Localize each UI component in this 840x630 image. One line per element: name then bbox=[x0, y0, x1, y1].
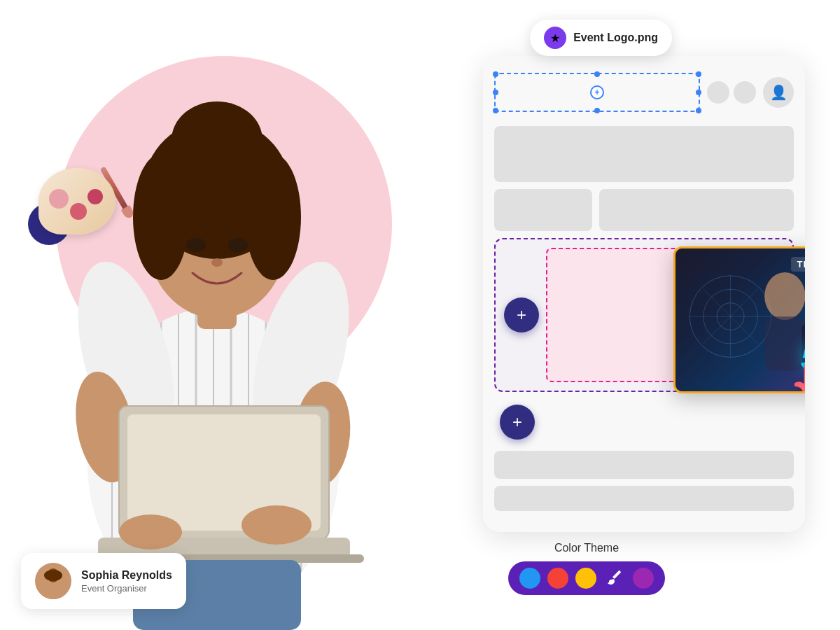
palette-dot-2 bbox=[70, 203, 87, 220]
telecom-label-text: TELECOM bbox=[791, 257, 805, 272]
bottom-block-1 bbox=[494, 451, 794, 479]
corner-handle-tl[interactable] bbox=[493, 71, 498, 77]
color-swatch-purple[interactable] bbox=[633, 568, 654, 589]
corner-handle-tm[interactable] bbox=[594, 71, 600, 77]
color-theme-bar[interactable] bbox=[508, 561, 665, 595]
content-row-1 bbox=[494, 189, 794, 231]
event-logo-badge: ★ Event Logo.png bbox=[530, 20, 672, 56]
small-block-left bbox=[494, 189, 592, 231]
palette-dot-3 bbox=[88, 189, 103, 204]
color-theme-title: Color Theme bbox=[508, 542, 665, 554]
color-swatch-blue[interactable] bbox=[519, 568, 540, 589]
mockup-topbar: + 👤 bbox=[494, 67, 794, 118]
control-dot-1 bbox=[707, 81, 729, 104]
palette-dot-1 bbox=[49, 189, 69, 209]
user-info: Sophia Reynolds Event Organiser bbox=[81, 569, 172, 594]
corner-handle-tr[interactable] bbox=[696, 71, 701, 77]
telecom-card-background: TELECOM 5G bbox=[676, 248, 805, 391]
control-dot-2 bbox=[734, 81, 756, 104]
color-theme-section: Color Theme bbox=[508, 542, 665, 595]
svg-point-45 bbox=[764, 272, 805, 320]
user-name: Sophia Reynolds bbox=[81, 569, 172, 582]
selection-box[interactable]: + bbox=[494, 73, 700, 112]
mockup-user-avatar: 👤 bbox=[763, 77, 794, 108]
user-role: Event Organiser bbox=[81, 583, 172, 594]
add-content-button-2[interactable]: + bbox=[500, 405, 535, 440]
person-photo bbox=[14, 0, 420, 630]
event-logo-text: Event Logo.png bbox=[573, 31, 658, 44]
color-swatch-red[interactable] bbox=[547, 568, 568, 589]
svg-point-30 bbox=[211, 258, 223, 267]
small-block-right bbox=[599, 189, 794, 231]
telecom-preview-card: TELECOM 5G 👆 bbox=[673, 246, 805, 393]
corner-handle-mr[interactable] bbox=[696, 90, 701, 95]
svg-point-52 bbox=[44, 570, 62, 581]
add-section-button[interactable]: + bbox=[504, 298, 539, 332]
user-profile-card: Sophia Reynolds Event Organiser bbox=[21, 553, 186, 609]
ui-mockup-card: + 👤 + bbox=[483, 56, 805, 532]
purple-dashed-section: + bbox=[494, 238, 794, 392]
hero-placeholder-block bbox=[494, 126, 794, 182]
svg-point-28 bbox=[186, 238, 206, 252]
user-avatar bbox=[35, 563, 71, 599]
svg-rect-53 bbox=[44, 587, 62, 599]
palette-circle bbox=[38, 168, 115, 234]
paint-palette-decoration bbox=[38, 168, 130, 245]
bottom-block-2 bbox=[494, 486, 794, 511]
svg-point-36 bbox=[241, 505, 312, 545]
svg-point-35 bbox=[119, 514, 182, 550]
hand-cursor-icon: 👆 bbox=[789, 361, 805, 393]
brush-tool-icon[interactable] bbox=[603, 567, 626, 589]
corner-handle-bl[interactable] bbox=[493, 108, 498, 113]
mockup-controls bbox=[707, 81, 756, 104]
corner-handle-ml[interactable] bbox=[493, 90, 498, 95]
corner-handle-br[interactable] bbox=[696, 108, 701, 113]
svg-point-29 bbox=[228, 238, 248, 252]
corner-handle-bm[interactable] bbox=[594, 108, 600, 113]
star-icon: ★ bbox=[544, 27, 566, 49]
selection-center[interactable]: + bbox=[590, 85, 604, 99]
svg-point-27 bbox=[144, 119, 290, 259]
color-swatch-yellow[interactable] bbox=[575, 568, 596, 589]
